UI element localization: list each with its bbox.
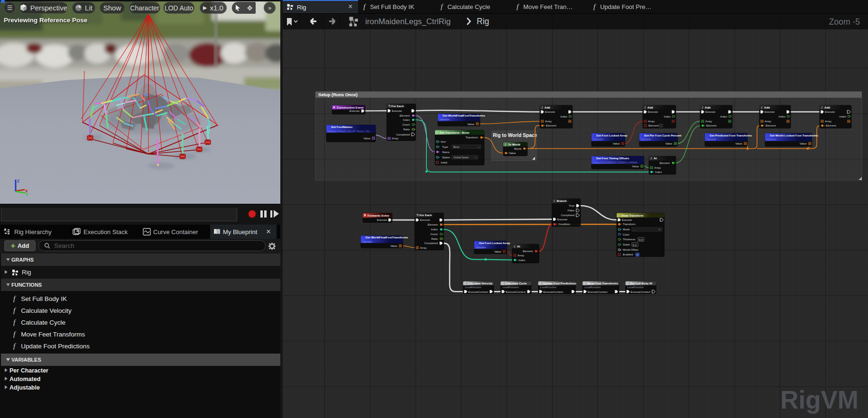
svg-text:World: World xyxy=(514,147,521,150)
svg-text:Add: Add xyxy=(705,106,711,109)
svg-text:Enabled: Enabled xyxy=(623,253,633,256)
svg-text:Execute: Execute xyxy=(648,110,658,113)
svg-text:Space: Space xyxy=(442,156,450,159)
svg-text:Execute: Execute xyxy=(825,110,835,113)
svg-text:Execute: Execute xyxy=(377,218,388,221)
svg-text:Variable: Variable xyxy=(476,246,486,249)
svg-text:Get FootNames: Get FootNames xyxy=(331,125,353,128)
svg-text:Initial: Initial xyxy=(441,161,447,164)
svg-text:Element: Element xyxy=(766,124,776,127)
svg-text:Array: Array xyxy=(648,120,655,123)
svg-text:0.1: 0.1 xyxy=(633,244,637,246)
svg-text:Index: Index xyxy=(403,118,410,121)
svg-text:At: At xyxy=(654,156,656,160)
svg-text:Execute: Execute xyxy=(350,109,360,112)
svg-text:LocalFunction: LocalFunction xyxy=(584,286,600,289)
svg-text:Completed: Completed xyxy=(397,133,410,136)
svg-text:Value: Value xyxy=(509,152,516,154)
svg-text:Element: Element xyxy=(399,114,410,117)
svg-text:ExecuteContext: ExecuteContext xyxy=(631,291,651,293)
svg-text:Execute: Execute xyxy=(765,110,775,113)
svg-text:Default (0.000000,0.125000,0.2: Default (0.000000,0.125000,0.250000,... xyxy=(593,161,640,164)
svg-text:ExecuteContext: ExecuteContext xyxy=(468,291,488,293)
svg-text:Element: Element xyxy=(659,162,670,164)
svg-text:Element: Element xyxy=(826,124,836,127)
svg-text:...: ... xyxy=(633,228,636,231)
svg-text:Value: Value xyxy=(613,142,620,145)
svg-text:ExecuteContext: ExecuteContext xyxy=(506,291,526,293)
svg-text:ironMaidenLegs_CtrlRig: ironMaidenLegs_CtrlRig xyxy=(365,17,451,26)
svg-text:For Each: For Each xyxy=(419,213,432,217)
svg-text:Element: Element xyxy=(706,124,717,127)
svg-text:Calculate Cycle: Calculate Cycle xyxy=(505,282,527,285)
svg-text:Get Foot Locked Array: Get Foot Locked Array xyxy=(596,134,628,137)
svg-text:Count: Count xyxy=(430,233,438,236)
svg-text:Add: Add xyxy=(824,106,830,109)
svg-text:Execute: Execute xyxy=(705,110,716,113)
svg-text:Variable: Variable xyxy=(767,138,776,141)
svg-text:LocalFunction: LocalFunction xyxy=(502,286,518,289)
svg-text:True: True xyxy=(569,204,575,207)
svg-text:Scale: Scale xyxy=(623,243,630,246)
svg-text:Completed: Completed xyxy=(425,242,438,245)
svg-text:Variable: Variable xyxy=(641,138,651,141)
svg-text:Get WorldFinalFootTransforms: Get WorldFinalFootTransforms xyxy=(443,114,485,117)
svg-text:↻: ↻ xyxy=(388,104,391,108)
svg-text:Setup (Runs Once): Setup (Runs Once) xyxy=(318,92,358,97)
svg-text:Array: Array xyxy=(765,120,771,123)
svg-text:Value: Value xyxy=(800,142,807,145)
svg-text:—: — xyxy=(477,145,480,148)
svg-text:Mode: Mode xyxy=(623,228,630,231)
svg-text:Rig: Rig xyxy=(477,17,489,26)
svg-text:Element: Element xyxy=(427,223,438,226)
svg-text:Array: Array xyxy=(420,246,426,249)
svg-text:Variable: Variable xyxy=(593,138,603,141)
svg-text:Get Transform - Bone: Get Transform - Bone xyxy=(440,131,470,134)
svg-text:Rig to World Space: Rig to World Space xyxy=(493,133,537,138)
svg-text:Value: Value xyxy=(735,142,742,145)
svg-text:Count: Count xyxy=(402,123,410,126)
svg-text:Execute: Execute xyxy=(420,218,430,221)
svg-text:Execute: Execute xyxy=(392,109,402,112)
svg-text:Ratio: Ratio xyxy=(431,237,438,240)
svg-text:Transform: Transform xyxy=(623,223,636,226)
svg-text:Color: Color xyxy=(623,233,629,236)
svg-text:At: At xyxy=(517,245,520,248)
svg-text:—: — xyxy=(474,156,477,159)
svg-text:Variable: Variable xyxy=(440,118,449,121)
svg-text:ExecuteContext: ExecuteContext xyxy=(588,291,608,293)
svg-text:Get Foot Locked Array: Get Foot Locked Array xyxy=(479,241,510,245)
svg-text:Get Predicted Foot Transforms: Get Predicted Foot Transforms xyxy=(710,134,752,137)
svg-text:Set Full Body IK: Set Full Body IK xyxy=(630,282,653,285)
svg-text:Get World Locked Foot Transfor: Get World Locked Foot Transforms xyxy=(770,134,818,137)
svg-text:Type: Type xyxy=(442,145,448,148)
svg-text:LocalFunction: LocalFunction xyxy=(628,286,644,289)
svg-text:Execute: Execute xyxy=(622,218,632,221)
svg-text:Default ("Foot1_Ctrl_R","Foot2: Default ("Foot1_Ctrl_R","Foot2_Ctrl_... xyxy=(328,130,373,133)
svg-text:Element: Element xyxy=(546,124,556,127)
svg-text:Array: Array xyxy=(545,120,552,123)
svg-text:Value: Value xyxy=(665,142,673,145)
svg-text:Get Per Foot Cycle Percent: Get Per Foot Cycle Percent xyxy=(644,134,682,137)
svg-text:Add: Add xyxy=(545,106,550,109)
svg-text:Index: Index xyxy=(779,115,785,118)
svg-text:RigVM: RigVM xyxy=(780,386,859,414)
svg-text:World Offset: World Offset xyxy=(623,248,638,251)
svg-text:Forwards Solve: Forwards Solve xyxy=(368,214,389,217)
svg-text:Bone: Bone xyxy=(453,145,460,148)
svg-text:Array: Array xyxy=(825,120,831,123)
svg-text:Array: Array xyxy=(392,137,398,140)
svg-text:Array: Array xyxy=(517,254,524,257)
svg-text:Move Feet Transforms: Move Feet Transforms xyxy=(587,282,618,285)
svg-text:ExecuteContext: ExecuteContext xyxy=(544,291,563,293)
svg-text:Update Foot Predictions: Update Foot Predictions xyxy=(543,282,577,285)
svg-text:Z: Z xyxy=(17,179,19,183)
svg-text:0.0: 0.0 xyxy=(639,238,643,241)
svg-text:Ratio: Ratio xyxy=(403,128,410,131)
svg-text:Value: Value xyxy=(363,137,370,140)
svg-text:Value: Value xyxy=(390,245,397,247)
svg-text:Get Foot Timing Offsets: Get Foot Timing Offsets xyxy=(596,156,629,160)
svg-text:Index: Index xyxy=(655,171,662,173)
svg-text:Array: Array xyxy=(654,166,661,169)
svg-text:Execute: Execute xyxy=(557,218,568,221)
